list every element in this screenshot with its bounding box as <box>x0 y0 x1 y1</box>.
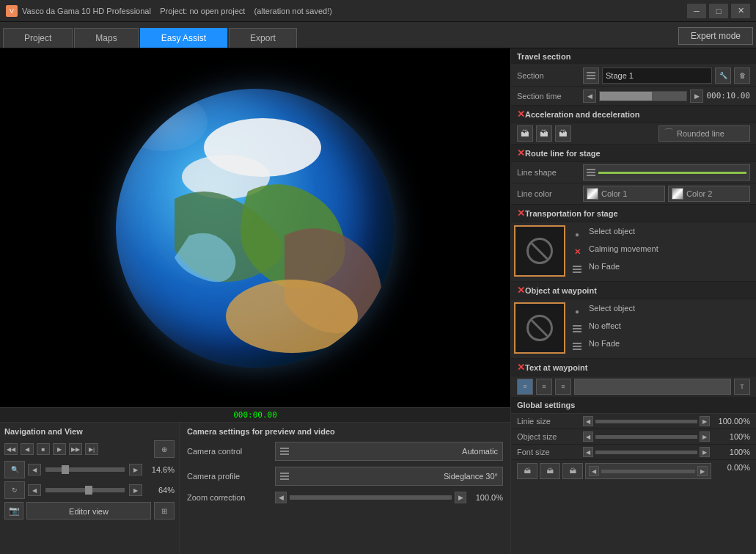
line-shape-label: Line shape <box>517 168 583 177</box>
editor-view-row: 📷 Editor view ⊞ <box>4 502 175 520</box>
accel-icon-3[interactable]: 🏔 <box>555 125 571 142</box>
text-waypoint-input[interactable] <box>574 379 731 395</box>
text-waypoint-section-header: ✕ Text at waypoint <box>511 359 756 376</box>
global-settings-title: Global settings <box>511 397 756 414</box>
linie-size-track[interactable] <box>595 420 697 423</box>
global-icon-1[interactable]: 🏔 <box>517 463 537 479</box>
nav-rot-left-button[interactable]: ◀ <box>28 484 41 496</box>
route-line-toggle-icon[interactable]: ✕ <box>517 147 525 158</box>
camera-profile-value: Sideglance 30° <box>444 472 498 481</box>
linie-size-label: Linie size <box>517 417 583 426</box>
accel-section-header: ✕ Acceleration and deceleration <box>511 106 756 123</box>
nav-prev-prev-button[interactable]: ◀◀ <box>4 443 18 455</box>
maximize-button[interactable]: □ <box>709 4 728 18</box>
minimize-button[interactable]: ─ <box>687 4 706 18</box>
transport-select-button[interactable]: Select object <box>586 227 753 241</box>
global-last-slider[interactable]: ◀ ▶ <box>585 463 711 479</box>
zoom-right-arrow[interactable]: ▶ <box>455 492 466 503</box>
font-size-track[interactable] <box>595 451 697 454</box>
global-last-right-arrow[interactable]: ▶ <box>697 466 708 476</box>
object-size-track[interactable] <box>595 435 697 439</box>
global-last-left-arrow[interactable]: ◀ <box>589 466 599 476</box>
line-shape-dropdown[interactable] <box>583 164 750 181</box>
camera-profile-dropdown[interactable]: Sideglance 30° <box>275 467 503 486</box>
nav-zoom-left-button[interactable]: ◀ <box>28 464 41 475</box>
stage-input[interactable] <box>602 68 712 84</box>
linie-size-row: Linie size ◀ ▶ 100.00% <box>511 414 756 429</box>
tab-easy-assist[interactable]: Easy Assist <box>140 28 227 48</box>
font-size-left-arrow[interactable]: ◀ <box>583 447 593 457</box>
zoom-left-arrow[interactable]: ◀ <box>275 492 287 503</box>
object-size-left-arrow[interactable]: ◀ <box>583 431 593 442</box>
section-wrench-button[interactable]: 🔧 <box>715 68 731 84</box>
nav-next-next-button[interactable]: ▶▶ <box>69 443 82 455</box>
waypoint-fade-button[interactable]: No Fade <box>586 339 753 354</box>
transport-fade-button[interactable]: No Fade <box>586 262 753 277</box>
titlebar: V Vasco da Gama 10 HD Professional Proje… <box>0 0 756 22</box>
camera-control-row: Camera control Automatic <box>187 442 503 461</box>
camera-panel: Camera settings for preview and video Ca… <box>180 423 510 554</box>
nav-end-button[interactable]: ▶| <box>85 443 98 455</box>
transport-calming-button[interactable]: Calming movement <box>586 244 753 259</box>
linie-size-right-arrow[interactable]: ▶ <box>700 416 710 426</box>
section-menu-button[interactable] <box>583 68 599 84</box>
tab-project[interactable]: Project <box>3 28 73 48</box>
section-time-left-arrow[interactable]: ◀ <box>583 90 596 103</box>
color1-button[interactable]: Color 1 <box>583 186 665 202</box>
accel-icon-2[interactable]: 🏔 <box>536 125 552 142</box>
editor-view-button[interactable]: Editor view <box>26 502 151 520</box>
accel-icon-1[interactable]: 🏔 <box>517 125 533 142</box>
nav-zoom-thumb[interactable] <box>62 465 69 474</box>
section-delete-button[interactable]: 🗑 <box>734 68 750 84</box>
text-waypoint-toggle-icon[interactable]: ✕ <box>517 362 525 373</box>
global-icon-2[interactable]: 🏔 <box>540 463 560 479</box>
section-time-right-arrow[interactable]: ▶ <box>690 90 703 103</box>
section-time-slider[interactable] <box>599 91 687 101</box>
nav-next-button[interactable]: ▶ <box>53 443 66 455</box>
camera-control-value: Automatic <box>462 447 498 456</box>
tab-export[interactable]: Export <box>229 28 297 48</box>
color2-button[interactable]: Color 2 <box>668 186 750 202</box>
transport-toggle-icon[interactable]: ✕ <box>517 208 525 219</box>
line-shape-preview <box>598 172 746 174</box>
camera-control-label: Camera control <box>187 447 275 456</box>
text-align-right-button[interactable]: ≡ <box>555 379 571 395</box>
section-time-label: Section time <box>517 92 583 101</box>
color2-label: Color 2 <box>686 189 712 198</box>
global-last-track[interactable] <box>601 470 695 473</box>
nav-prev-button[interactable]: ◀ <box>21 443 34 455</box>
nav-zoom-right-button[interactable]: ▶ <box>129 464 142 475</box>
nav-rot-right-button[interactable]: ▶ <box>129 484 142 496</box>
rounded-line-button[interactable]: ⌒ Rounded line <box>658 125 750 142</box>
zoom-slider-track[interactable] <box>290 495 452 500</box>
text-align-left-button[interactable]: ≡ <box>517 379 533 395</box>
nav-target-icon[interactable]: ⊕ <box>154 440 175 458</box>
nav-rotation-slider[interactable] <box>45 488 125 492</box>
transport-select-icon: ● <box>571 228 583 240</box>
expert-mode-button[interactable]: Expert mode <box>678 27 753 45</box>
text-waypoint-settings-button[interactable]: T <box>734 379 750 395</box>
camera-control-dropdown[interactable]: Automatic <box>275 442 503 461</box>
nav-zoom-slider[interactable] <box>45 467 125 472</box>
font-size-value: 100% <box>710 448 750 456</box>
waypoint-effect-button[interactable]: No effect <box>586 321 753 336</box>
object-size-right-arrow[interactable]: ▶ <box>700 431 710 442</box>
tab-maps[interactable]: Maps <box>74 28 138 48</box>
waypoint-toggle-icon[interactable]: ✕ <box>517 285 525 296</box>
close-button[interactable]: ✕ <box>731 4 750 18</box>
editor-view-settings-icon[interactable]: ⊞ <box>154 502 175 520</box>
linie-size-left-arrow[interactable]: ◀ <box>583 416 593 426</box>
text-align-center-button[interactable]: ≡ <box>536 379 552 395</box>
waypoint-select-button[interactable]: Select object <box>586 304 753 318</box>
color1-label: Color 1 <box>601 189 627 198</box>
global-icon-3[interactable]: 🏔 <box>562 463 583 479</box>
transportation-image[interactable] <box>514 225 565 277</box>
globe-glow <box>120 92 208 151</box>
nav-stop-button[interactable]: ■ <box>37 443 50 455</box>
main-area: 000:00.00 Navigation and View ◀◀ ◀ ■ ▶ ▶… <box>0 48 756 554</box>
accel-toggle-icon[interactable]: ✕ <box>517 109 525 120</box>
waypoint-image[interactable] <box>514 302 565 354</box>
nav-rotation-thumb[interactable] <box>85 486 92 495</box>
section-label: Section <box>517 71 583 80</box>
font-size-right-arrow[interactable]: ▶ <box>700 447 710 457</box>
